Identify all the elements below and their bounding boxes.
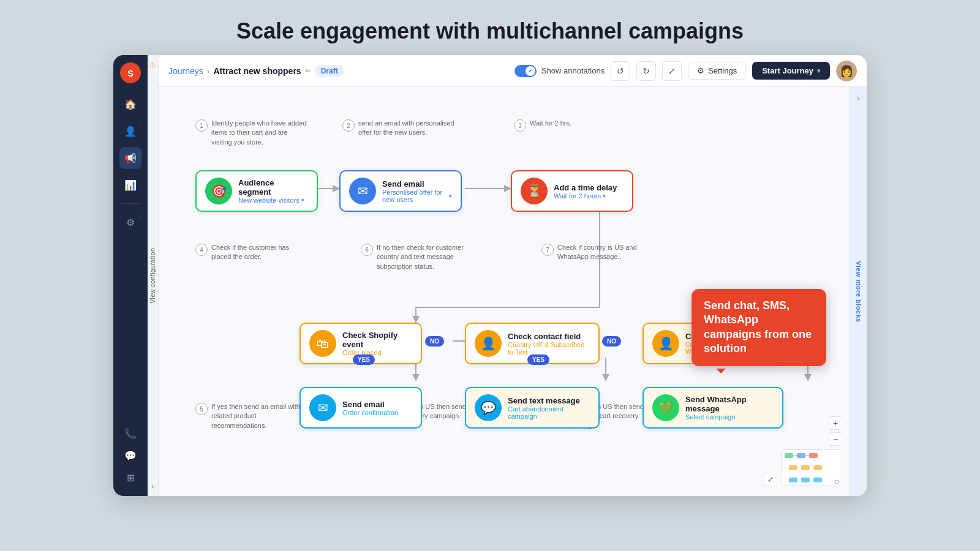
contact-1-icon: 👤: [475, 330, 502, 357]
start-chevron: ▾: [817, 67, 820, 74]
sidebar-bottom: 📞 💬 ⊞: [119, 422, 141, 489]
sidebar-logo[interactable]: S: [120, 62, 141, 83]
redo-button[interactable]: ↻: [636, 61, 656, 81]
annotation-2: 2 send an email with personalised offer …: [342, 119, 456, 138]
header-right: Show annotations ↺ ↻ ⤢ ⚙ Settings Start …: [514, 61, 857, 81]
zoom-out-button[interactable]: −: [829, 432, 842, 446]
svg-rect-19: [813, 465, 822, 470]
breadcrumb-current: Attract new shoppers: [213, 66, 301, 76]
sidebar-item-phone[interactable]: 📞: [119, 422, 141, 444]
breadcrumb-journeys[interactable]: Journeys: [168, 66, 203, 76]
breadcrumb: Journeys › Attract new shoppers ✏ Draft: [168, 65, 344, 77]
contact-2-icon: 👤: [652, 330, 679, 357]
view-config-arrow: ‹: [152, 483, 154, 490]
fit-view-button[interactable]: ⤢: [764, 473, 777, 486]
node-send-email-1[interactable]: ✉ Send email Personlised offer for new u…: [339, 170, 462, 212]
badge-yes-2: YES: [527, 354, 549, 365]
sidebar-item-contacts[interactable]: 👤 ⋮: [119, 120, 141, 142]
node-send-email-2[interactable]: ✉ Send email Order confirmation: [300, 387, 422, 429]
time-delay-info: Add a time delay Wait for 2 hours ▾: [554, 183, 617, 200]
main-content: Journeys › Attract new shoppers ✏ Draft …: [159, 55, 867, 496]
canvas: 1 Identify people who have added items t…: [159, 87, 867, 496]
shopify-icon: 🛍: [309, 330, 336, 357]
sidebar-item-home[interactable]: 🏠: [119, 93, 141, 115]
svg-rect-20: [789, 478, 797, 482]
edit-icon[interactable]: ✏: [305, 67, 311, 75]
annotations-label: Show annotations: [541, 66, 605, 75]
sidebar-item-grid[interactable]: ⊞: [119, 467, 141, 489]
node-send-whatsapp[interactable]: 💚 Send WhatsApp message Select campaign: [643, 387, 783, 429]
annotation-4: 4 Check if the customer has placed the o…: [195, 243, 309, 262]
annotations-toggle[interactable]: [514, 65, 537, 77]
page-title: Scale engagement with multichannel campa…: [236, 18, 744, 44]
annotation-6: 6 If no then check for customer country …: [361, 243, 475, 271]
minimap[interactable]: [781, 449, 842, 486]
sidebar-item-monitor[interactable]: 📊: [119, 174, 141, 196]
sidebar-item-campaigns[interactable]: 📢 ⋮: [119, 147, 141, 169]
badge-no-2: NO: [602, 336, 621, 347]
audience-icon: 🎯: [205, 178, 232, 204]
expand-button[interactable]: ⤢: [662, 61, 682, 81]
sidebar-divider: [121, 203, 140, 204]
minimap-controls: + −: [829, 416, 842, 446]
time-delay-icon: ⏳: [521, 178, 548, 204]
start-label: Start Journey: [762, 66, 813, 75]
settings-button[interactable]: ⚙ Settings: [688, 62, 746, 80]
svg-rect-17: [789, 465, 797, 470]
send-whatsapp-icon: 💚: [652, 394, 679, 421]
svg-rect-18: [801, 465, 810, 470]
app-window: S 🏠 👤 ⋮ 📢 ⋮ 📊 ⚙ ⋮ 📞 💬 ⊞ ⚠ View configura…: [113, 55, 867, 496]
annotation-3: 3 Wait for 2 hrs.: [514, 119, 571, 132]
contact-1-info: Check contact field Country US & Subscri…: [508, 332, 590, 356]
send-text-icon: 💬: [475, 394, 502, 421]
view-config-label: View configuration: [149, 248, 156, 304]
view-config-panel[interactable]: ⚠ View configuration ‹: [148, 55, 159, 496]
node-time-delay[interactable]: ⏳ Add a time delay Wait for 2 hours ▾: [511, 170, 633, 212]
warning-icon: ⚠: [149, 60, 156, 69]
svg-rect-15: [797, 453, 805, 458]
send-email-2-icon: ✉: [309, 394, 336, 421]
annotation-1: 1 Identify people who have added items t…: [195, 119, 309, 147]
shopify-info: Check Shopify event Order placed: [342, 331, 412, 356]
user-avatar[interactable]: 👩: [836, 61, 857, 81]
breadcrumb-separator: ›: [207, 66, 210, 76]
audience-info: Audience segment New website visitors ▾: [238, 178, 308, 204]
zoom-in-button[interactable]: +: [829, 416, 842, 430]
node-audience-segment[interactable]: 🎯 Audience segment New website visitors …: [195, 170, 318, 212]
send-email-1-info: Send email Personlised offer for new use…: [382, 179, 452, 203]
sidebar-item-settings[interactable]: ⚙ ⋮: [119, 211, 141, 233]
send-email-1-icon: ✉: [349, 178, 376, 204]
node-send-text[interactable]: 💬 Send text message Cart abandonment cam…: [465, 387, 600, 429]
settings-icon: ⚙: [697, 66, 704, 75]
view-more-blocks-panel[interactable]: › View more blocks: [850, 87, 867, 496]
send-text-info: Send text message Cart abandonment campa…: [508, 396, 590, 420]
sidebar-item-chat[interactable]: 💬: [119, 444, 141, 467]
svg-rect-21: [801, 478, 810, 482]
start-journey-button[interactable]: Start Journey ▾: [752, 62, 830, 80]
sidebar: S 🏠 👤 ⋮ 📢 ⋮ 📊 ⚙ ⋮ 📞 💬 ⊞: [113, 55, 148, 496]
send-email-2-info: Send email Order confirmation: [342, 400, 398, 416]
settings-label: Settings: [708, 66, 737, 75]
annotations-toggle-row: Show annotations: [514, 65, 605, 77]
svg-point-25: [835, 480, 839, 484]
badge-no-1: NO: [425, 336, 444, 347]
draft-badge: Draft: [315, 65, 344, 77]
annotation-5: 5 If yes then send an email with related…: [195, 402, 309, 430]
undo-button[interactable]: ↺: [611, 61, 630, 81]
annotation-7: 7 Check if country is US and WhatsApp me…: [541, 243, 655, 262]
header: Journeys › Attract new shoppers ✏ Draft …: [159, 55, 867, 87]
svg-rect-22: [813, 478, 822, 482]
svg-rect-16: [809, 453, 818, 458]
send-whatsapp-info: Send WhatsApp message Select campaign: [685, 395, 774, 421]
view-more-blocks-label: View more blocks: [855, 261, 862, 323]
callout-sms-whatsapp: Send chat, SMS, WhatsApp campaigns from …: [692, 289, 826, 366]
svg-rect-14: [785, 453, 793, 458]
badge-yes-1: YES: [353, 354, 375, 365]
right-panel-arrow: ›: [858, 94, 860, 103]
